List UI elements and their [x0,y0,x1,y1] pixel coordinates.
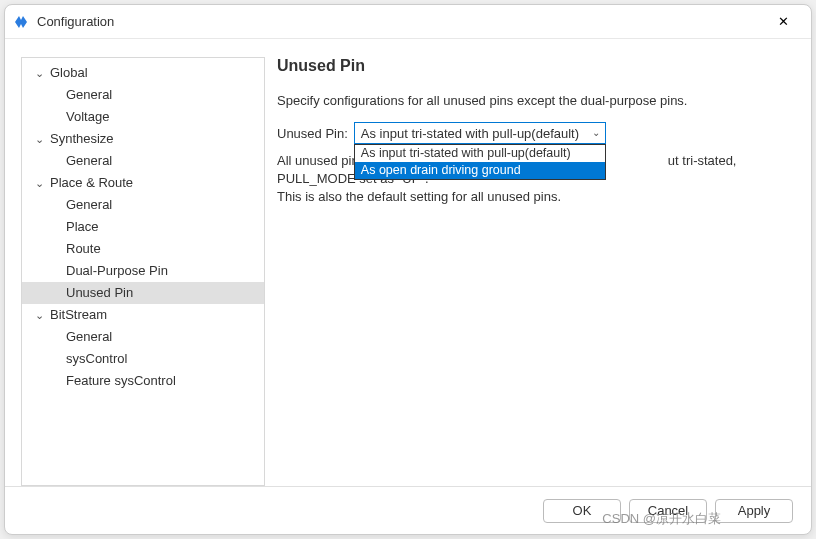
body-line2: This is also the default setting for all… [277,189,561,204]
tree-item-syscontrol[interactable]: sysControl [22,348,264,370]
app-icon [13,14,29,30]
tree-item-label: General [66,197,112,212]
dropdown-option[interactable]: As input tri-stated with pull-up(default… [355,145,605,162]
tree-item-label: Route [66,241,101,256]
chevron-down-icon: ⌄ [32,172,46,194]
tree-item-place[interactable]: Place [22,216,264,238]
field-row: Unused Pin: As input tri-stated with pul… [277,122,795,144]
tree-item-label: Place [66,219,99,234]
settings-panel: Unused Pin Specify configurations for al… [277,57,795,486]
tree-item-general[interactable]: General [22,194,264,216]
apply-button[interactable]: Apply [715,499,793,523]
tree-item-general[interactable]: General [22,326,264,348]
tree-item-feature-syscontrol[interactable]: Feature sysControl [22,370,264,392]
select-value: As input tri-stated with pull-up(default… [361,126,579,141]
tree-item-general[interactable]: General [22,84,264,106]
titlebar: Configuration ✕ [5,5,811,39]
dropdown-option[interactable]: As open drain driving ground [355,162,605,179]
tree-item-label: General [66,329,112,344]
tree-item-label: Voltage [66,109,109,124]
ok-button[interactable]: OK [543,499,621,523]
tree-item-label: General [66,87,112,102]
dialog-footer: OK Cancel Apply [5,486,811,534]
cancel-button[interactable]: Cancel [629,499,707,523]
panel-description: Specify configurations for all unused pi… [277,93,795,108]
tree-item-global[interactable]: ⌄Global [22,62,264,84]
tree-item-route[interactable]: Route [22,238,264,260]
field-label: Unused Pin: [277,126,348,141]
unused-pin-select[interactable]: As input tri-stated with pull-up(default… [354,122,606,144]
tree-item-label: Feature sysControl [66,373,176,388]
chevron-down-icon: ⌄ [592,127,600,138]
tree-item-label: Unused Pin [66,285,133,300]
tree-item-label: Global [50,65,88,80]
tree-item-general[interactable]: General [22,150,264,172]
chevron-down-icon: ⌄ [32,304,46,326]
tree-item-unused-pin[interactable]: Unused Pin [22,282,264,304]
tree-item-place-route[interactable]: ⌄Place & Route [22,172,264,194]
nav-tree: ⌄GlobalGeneralVoltage⌄SynthesizeGeneral⌄… [21,57,265,486]
tree-item-synthesize[interactable]: ⌄Synthesize [22,128,264,150]
content-area: ⌄GlobalGeneralVoltage⌄SynthesizeGeneral⌄… [5,39,811,486]
config-window: Configuration ✕ ⌄GlobalGeneralVoltage⌄Sy… [4,4,812,535]
select-dropdown: As input tri-stated with pull-up(default… [354,144,606,180]
close-icon: ✕ [778,14,789,29]
tree-item-label: Place & Route [50,175,133,190]
chevron-down-icon: ⌄ [32,128,46,150]
tree-item-label: BitStream [50,307,107,322]
window-title: Configuration [37,14,763,29]
tree-item-label: General [66,153,112,168]
tree-item-label: Synthesize [50,131,114,146]
tree-item-dual-purpose-pin[interactable]: Dual-Purpose Pin [22,260,264,282]
tree-item-label: Dual-Purpose Pin [66,263,168,278]
tree-item-bitstream[interactable]: ⌄BitStream [22,304,264,326]
tree-item-label: sysControl [66,351,127,366]
select-wrap: As input tri-stated with pull-up(default… [354,122,606,144]
close-button[interactable]: ✕ [763,8,803,36]
chevron-down-icon: ⌄ [32,62,46,84]
panel-heading: Unused Pin [277,57,795,75]
tree-item-voltage[interactable]: Voltage [22,106,264,128]
